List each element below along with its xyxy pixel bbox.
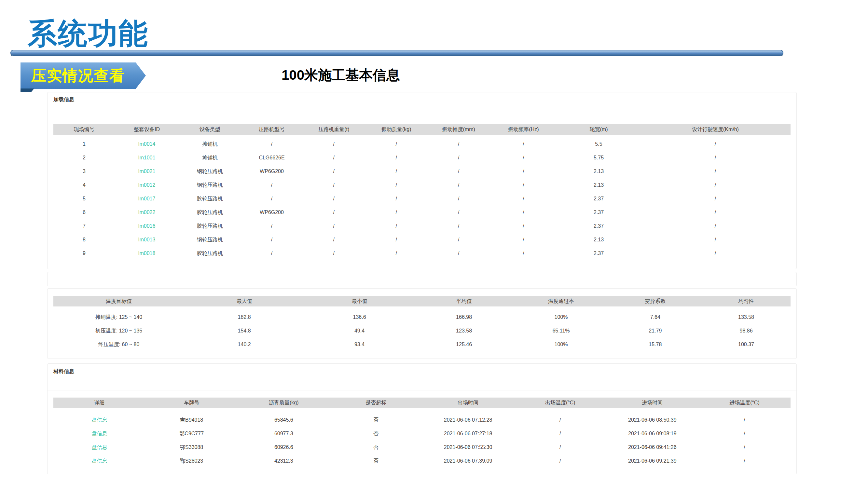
banner-label: 压实情况查看 <box>21 66 136 86</box>
table-row: 1lm0014摊铺机/////5.5/ <box>53 137 790 151</box>
table-row: 5lm0017胶轮压路机/////2.37/ <box>53 192 790 206</box>
table-cell: / <box>514 413 606 427</box>
column-header: 出场时间 <box>422 397 514 408</box>
table-cell[interactable]: 盘信息 <box>53 441 146 454</box>
device-id-link[interactable]: lm0012 <box>138 182 155 188</box>
table-row: 盘信息鄂C9C77760977.3否2021-06-06 07:27:18/20… <box>53 427 790 441</box>
table-cell: 15.78 <box>609 338 702 351</box>
table-cell: 2021-06-06 09:21:39 <box>606 454 699 468</box>
table-cell: CLG6626E <box>241 151 302 165</box>
table-cell: 摊铺机 <box>179 151 241 165</box>
device-id-link[interactable]: lm0022 <box>138 209 155 215</box>
table-cell: 鄂S33088 <box>146 441 238 454</box>
table-cell[interactable]: lm0022 <box>115 206 179 219</box>
table-cell: / <box>241 137 302 151</box>
table-row: 终压温度: 60 ~ 80140.293.4125.46100%15.78100… <box>53 338 790 351</box>
table-cell: / <box>490 219 557 233</box>
table-cell: 60977.3 <box>238 427 330 441</box>
table-cell[interactable]: lm1001 <box>115 151 179 165</box>
table-cell: 4 <box>53 178 115 192</box>
table-cell[interactable]: 盘信息 <box>53 413 146 427</box>
table-cell: 140.2 <box>184 338 304 351</box>
table-cell: / <box>303 192 366 206</box>
table-cell: / <box>303 178 366 192</box>
column-header: 均匀性 <box>702 296 790 306</box>
column-header: 平均值 <box>415 296 514 306</box>
device-id-link[interactable]: lm1001 <box>138 155 155 160</box>
device-id-link[interactable]: lm0017 <box>138 196 155 201</box>
table-cell: 136.6 <box>304 311 415 324</box>
table-cell: / <box>241 178 302 192</box>
table-cell: 钢轮压路机 <box>179 178 241 192</box>
table-cell: 5.5 <box>557 137 640 151</box>
column-header: 进场温度(°C) <box>699 397 790 408</box>
table-cell: 初压温度: 120 ~ 135 <box>53 324 184 338</box>
table-cell: / <box>241 233 302 247</box>
material-info-panel: 材料信息 详细车牌号沥青质量(kg)是否超标出场时间出场温度(°C)进场时间进场… <box>47 363 797 474</box>
table-cell: / <box>640 247 790 260</box>
banner-fold-shadow <box>21 89 34 92</box>
table-cell[interactable]: lm0013 <box>115 233 179 247</box>
table-cell: / <box>490 192 557 206</box>
table-cell: 2.13 <box>557 165 640 178</box>
loading-info-label: 加载信息 <box>48 92 797 103</box>
table-cell: 2.37 <box>557 247 640 260</box>
material-table: 详细车牌号沥青质量(kg)是否超标出场时间出场温度(°C)进场时间进场温度(°C… <box>53 397 790 468</box>
table-cell: / <box>699 441 790 454</box>
temperature-table: 温度目标值最大值最小值平均值温度通过率变异系数均匀性 摊铺温度: 125 ~ 1… <box>53 296 790 351</box>
column-header: 设计行驶速度(Km/h) <box>640 124 790 135</box>
device-id-link[interactable]: lm0014 <box>138 141 155 147</box>
table-cell: / <box>699 454 790 468</box>
table-cell[interactable]: lm0012 <box>115 178 179 192</box>
table-cell[interactable]: lm0017 <box>115 192 179 206</box>
table-cell: 鄂C9C777 <box>146 427 238 441</box>
table-cell: / <box>490 178 557 192</box>
accent-bar <box>10 50 783 56</box>
table-cell[interactable]: 盘信息 <box>53 454 146 468</box>
table-cell: / <box>514 441 606 454</box>
table-cell: / <box>365 219 427 233</box>
table-row: 3lm0021钢轮压路机WP6G200////2.13/ <box>53 165 790 178</box>
table-cell: 2.13 <box>557 178 640 192</box>
table-cell: / <box>427 192 490 206</box>
table-row: 4lm0012钢轮压路机/////2.13/ <box>53 178 790 192</box>
column-header: 振动质量(kg) <box>365 124 427 135</box>
table-cell: / <box>241 219 302 233</box>
device-id-link[interactable]: lm0021 <box>138 168 155 174</box>
batch-info-link[interactable]: 盘信息 <box>92 458 107 464</box>
loading-info-panel: 加载信息 现场编号整套设备ID设备类型压路机型号压路机重量(t)振动质量(kg)… <box>47 92 797 269</box>
table-cell: / <box>427 151 490 165</box>
table-cell[interactable]: lm0014 <box>115 137 179 151</box>
table-cell[interactable]: lm0016 <box>115 219 179 233</box>
table-cell[interactable]: lm0021 <box>115 165 179 178</box>
table-cell[interactable]: lm0018 <box>115 247 179 260</box>
table-cell: 否 <box>330 441 422 454</box>
table-cell: 100% <box>513 311 609 324</box>
table-row: 初压温度: 120 ~ 135154.849.4123.5865.11%21.7… <box>53 324 790 338</box>
table-cell: / <box>427 233 490 247</box>
table-cell: / <box>365 137 427 151</box>
device-id-link[interactable]: lm0018 <box>138 251 155 256</box>
table-cell: 100% <box>513 338 609 351</box>
batch-info-link[interactable]: 盘信息 <box>92 445 107 450</box>
column-header: 压路机型号 <box>241 124 302 135</box>
device-id-link[interactable]: lm0016 <box>138 223 155 229</box>
table-cell[interactable]: 盘信息 <box>53 427 146 441</box>
column-header: 振动幅度(mm) <box>427 124 490 135</box>
table-cell: / <box>640 137 790 151</box>
table-cell: / <box>514 454 606 468</box>
batch-info-link[interactable]: 盘信息 <box>92 417 107 423</box>
table-row: 7lm0016胶轮压路机/////2.37/ <box>53 219 790 233</box>
table-cell: / <box>365 206 427 219</box>
table-cell: WP6G200 <box>241 165 302 178</box>
batch-info-link[interactable]: 盘信息 <box>92 431 107 436</box>
table-cell: / <box>427 165 490 178</box>
device-id-link[interactable]: lm0013 <box>138 237 155 242</box>
table-cell: 9 <box>53 247 115 260</box>
table-cell: / <box>427 247 490 260</box>
table-cell: / <box>640 219 790 233</box>
table-cell: 2.13 <box>557 233 640 247</box>
table-cell: / <box>241 247 302 260</box>
table-cell: / <box>640 178 790 192</box>
table-cell: 154.8 <box>184 324 304 338</box>
